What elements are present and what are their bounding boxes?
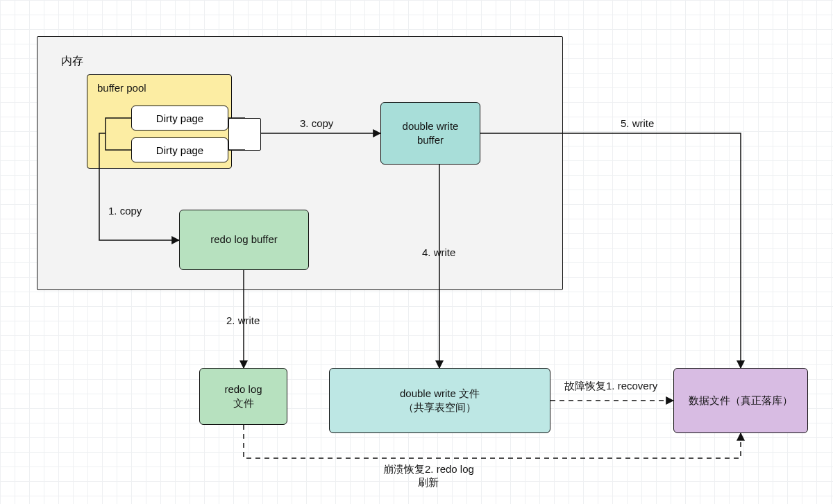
branch-box <box>228 118 261 151</box>
edge-label-copy3: 3. copy <box>300 117 333 129</box>
redo-log-buffer-label: redo log buffer <box>210 233 277 246</box>
double-write-buffer-box: double write buffer <box>380 102 480 165</box>
redo-log-buffer-box: redo log buffer <box>179 210 309 270</box>
double-write-file-box: double write 文件 （共享表空间） <box>329 368 550 433</box>
double-write-file-label: double write 文件 （共享表空间） <box>400 387 480 415</box>
memory-title: 内存 <box>61 54 83 69</box>
redo-log-file-label: redo log 文件 <box>224 383 262 411</box>
data-file-label: 数据文件（真正落库） <box>689 394 793 408</box>
edge-label-write5: 5. write <box>621 117 654 129</box>
data-file-box: 数据文件（真正落库） <box>673 368 808 433</box>
edge-label-recovery2: 崩溃恢复2. redo log 刷新 <box>383 463 474 489</box>
dirty-page-2: Dirty page <box>131 137 228 162</box>
dirty-page-1: Dirty page <box>131 106 228 131</box>
dirty-page-2-label: Dirty page <box>156 144 203 156</box>
edge-label-recovery1: 故障恢复1. recovery <box>564 380 657 393</box>
redo-log-file-box: redo log 文件 <box>199 368 287 425</box>
edge-label-write4: 4. write <box>422 246 455 258</box>
double-write-buffer-label: double write buffer <box>403 119 459 148</box>
edge-label-copy1: 1. copy <box>108 205 142 217</box>
buffer-pool-title: buffer pool <box>97 82 146 94</box>
edge-label-write2: 2. write <box>226 314 260 326</box>
dirty-page-1-label: Dirty page <box>156 112 203 124</box>
